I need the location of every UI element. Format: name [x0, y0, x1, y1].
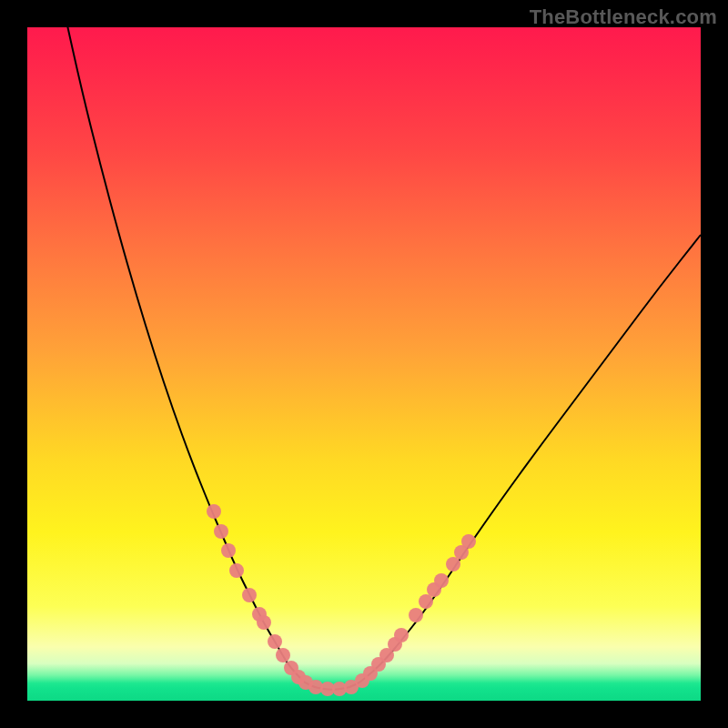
chart-frame: [27, 27, 701, 701]
watermark-text: TheBottleneck.com: [530, 5, 717, 29]
data-dot: [446, 557, 460, 571]
data-dot: [221, 543, 236, 558]
data-dot: [214, 524, 228, 539]
v-curve-path: [64, 27, 701, 690]
data-dot: [419, 594, 433, 609]
data-dot: [268, 634, 282, 649]
data-dot: [461, 534, 476, 549]
bottleneck-curve: [27, 27, 701, 701]
data-dot: [276, 648, 290, 662]
data-dot: [229, 563, 244, 578]
curve-group: [64, 27, 701, 690]
data-dot: [257, 615, 271, 630]
dots-group: [207, 504, 476, 696]
data-dot: [394, 628, 409, 642]
data-dot: [434, 573, 449, 588]
data-dot: [242, 588, 257, 602]
data-dot: [409, 608, 423, 622]
data-dot: [207, 504, 221, 519]
